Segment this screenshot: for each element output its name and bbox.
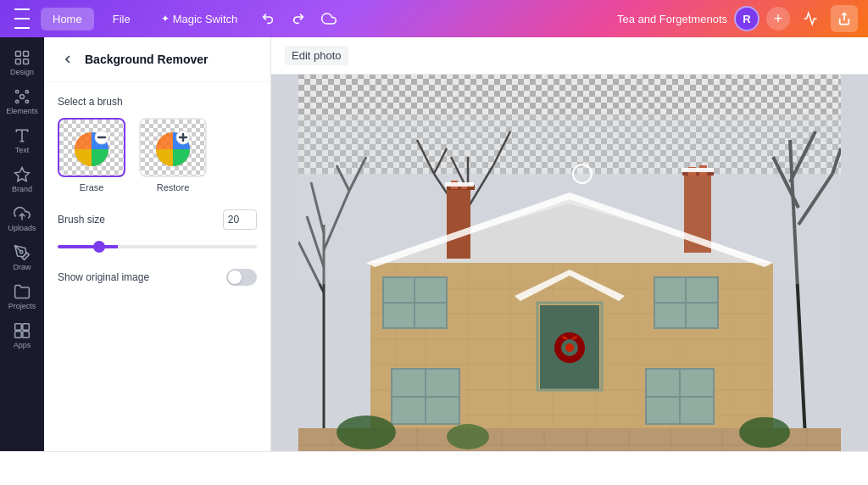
erase-brush-icon xyxy=(58,118,125,177)
svg-point-107 xyxy=(739,417,790,448)
share-button[interactable] xyxy=(831,5,858,32)
svg-rect-3 xyxy=(16,59,21,64)
cloud-save-icon[interactable] xyxy=(317,7,341,31)
brush-size-row: Brush size xyxy=(58,209,257,230)
sidebar-item-uploads[interactable]: Uploads xyxy=(3,200,41,237)
show-original-toggle[interactable] xyxy=(226,269,257,286)
sidebar-label-draw: Draw xyxy=(13,263,31,271)
svg-rect-111 xyxy=(682,168,714,172)
sidebar-item-design[interactable]: Design xyxy=(3,44,41,81)
sidebar-label-design: Design xyxy=(10,68,34,76)
panel-title: Background Remover xyxy=(85,53,208,66)
sidebar-label-elements: Elements xyxy=(6,107,38,115)
canvas-area: Edit photo xyxy=(271,37,868,451)
svg-point-9 xyxy=(25,100,28,103)
svg-point-112 xyxy=(573,164,592,183)
brush-options: Erase xyxy=(58,118,257,192)
brush-size-slider[interactable] xyxy=(58,245,257,248)
sidebar-item-draw[interactable]: Draw xyxy=(3,239,41,276)
show-original-row: Show original image xyxy=(58,269,257,286)
show-original-label: Show original image xyxy=(58,271,149,283)
canvas-viewport[interactable] xyxy=(271,75,868,451)
restore-brush-label: Restore xyxy=(157,182,190,192)
svg-point-8 xyxy=(16,100,19,103)
svg-point-5 xyxy=(20,95,25,99)
background-remover-panel: Background Remover Select a brush xyxy=(44,37,271,451)
svg-rect-2 xyxy=(24,52,29,57)
sidebar-label-brand: Brand xyxy=(12,185,32,193)
erase-brush-label: Erase xyxy=(80,182,104,192)
restore-brush-icon xyxy=(139,118,207,177)
hamburger-menu[interactable] xyxy=(10,7,34,31)
sidebar-label-uploads: Uploads xyxy=(8,224,36,232)
sidebar-item-text[interactable]: Text xyxy=(3,122,41,159)
bottom-bar xyxy=(0,451,868,485)
erase-brush-option[interactable]: Erase xyxy=(58,118,125,192)
restore-brush-option[interactable]: Restore xyxy=(139,118,207,192)
edit-photo-bar: Edit photo xyxy=(271,37,868,75)
sidebar-item-projects[interactable]: Projects xyxy=(3,278,41,315)
svg-point-83 xyxy=(565,343,574,352)
svg-rect-1 xyxy=(16,52,21,57)
magic-star-icon: ✦ xyxy=(161,13,170,25)
cottage-image xyxy=(298,75,841,451)
main-area: Design Elements Text Brand xyxy=(0,37,868,451)
brush-size-label: Brush size xyxy=(58,214,105,226)
svg-point-13 xyxy=(20,251,23,254)
top-nav: Home File ✦ Magic Switch Tea and Forgetm… xyxy=(0,0,868,37)
redo-button[interactable] xyxy=(287,7,310,31)
sidebar-item-elements[interactable]: Elements xyxy=(3,83,41,120)
svg-point-6 xyxy=(16,91,19,93)
svg-rect-4 xyxy=(24,59,29,64)
icon-sidebar: Design Elements Text Brand xyxy=(0,37,44,451)
panel-header: Background Remover xyxy=(44,37,270,82)
svg-rect-16 xyxy=(15,332,22,338)
back-button[interactable] xyxy=(58,49,78,70)
svg-point-106 xyxy=(447,424,489,449)
svg-point-105 xyxy=(337,415,396,449)
sidebar-label-text: Text xyxy=(15,146,30,154)
nav-tab-magic[interactable]: ✦ Magic Switch xyxy=(149,8,250,31)
sidebar-item-apps[interactable]: Apps xyxy=(3,317,41,354)
project-name: Tea and Forgetmenots xyxy=(617,13,727,25)
sidebar-label-apps: Apps xyxy=(14,341,31,349)
svg-rect-48 xyxy=(447,187,470,259)
svg-rect-15 xyxy=(23,324,30,331)
edit-photo-label: Edit photo xyxy=(285,46,348,65)
brush-section-title: Select a brush xyxy=(58,96,257,108)
svg-rect-110 xyxy=(445,182,474,187)
cottage-svg xyxy=(298,75,841,451)
svg-point-7 xyxy=(25,91,28,93)
svg-rect-17 xyxy=(23,332,30,338)
brush-size-slider-container xyxy=(58,237,257,252)
sidebar-label-projects: Projects xyxy=(8,302,36,310)
sidebar-item-brand[interactable]: Brand xyxy=(3,161,41,198)
brush-size-input[interactable] xyxy=(223,209,257,230)
nav-tab-home[interactable]: Home xyxy=(41,8,94,31)
user-avatar[interactable]: R xyxy=(734,6,760,31)
svg-rect-14 xyxy=(15,324,22,331)
add-collaborator-button[interactable]: + xyxy=(766,7,790,31)
undo-button[interactable] xyxy=(256,7,280,31)
nav-tab-file[interactable]: File xyxy=(101,8,142,31)
analytics-icon[interactable] xyxy=(797,5,824,32)
